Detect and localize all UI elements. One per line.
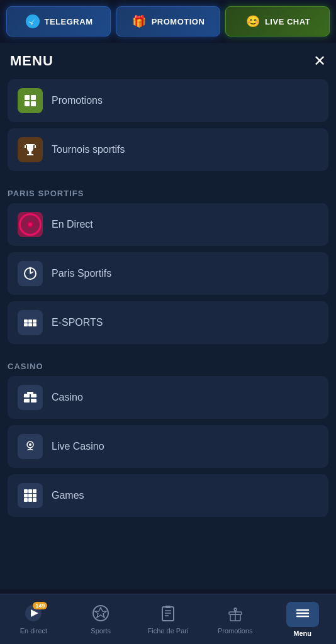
svg-rect-4 [31,101,36,106]
casino-icon [18,385,43,410]
svg-rect-1 [25,95,30,100]
en-direct-icon-wrap: 149 [25,604,42,625]
list-item[interactable]: Paris Sportifs [8,252,328,295]
svg-rect-11 [24,319,28,323]
en-direct-icon [18,212,43,237]
promotions-nav-icon-wrap [227,604,244,625]
svg-rect-12 [28,319,32,323]
gift-icon [227,604,244,622]
nav-item-en-direct[interactable]: 149 En direct [0,599,67,640]
nav-item-sports[interactable]: Sports [67,599,135,640]
fiche-icon-wrap [159,604,177,625]
svg-rect-24 [24,489,28,493]
menu-list-paris: En Direct Paris Sportifs [0,203,336,344]
svg-point-23 [29,443,31,446]
svg-rect-32 [33,498,36,502]
menu-icon-wrap [286,602,319,627]
livechat-button[interactable]: 😊 LIVE CHAT [225,6,330,36]
svg-rect-15 [28,323,32,326]
promotion-button[interactable]: 🎁 PROMOTION [116,6,220,36]
svg-rect-13 [33,319,36,323]
clipboard-icon [159,604,177,622]
promotions-nav-label: Promotions [218,627,253,635]
menu-list-top: Promotions Tournois sportifs [0,79,336,171]
games-label: Games [52,490,84,501]
promotion-icon: 🎁 [132,13,148,30]
svg-rect-3 [25,101,30,106]
tournois-icon [18,137,43,162]
nav-item-fiche[interactable]: Fiche de Pari [135,599,202,640]
list-item[interactable]: En Direct [8,203,328,246]
list-item[interactable]: Games [8,474,328,517]
svg-rect-19 [24,399,30,402]
svg-rect-28 [28,494,32,497]
live-casino-label: Live Casino [52,441,104,452]
svg-rect-41 [165,606,171,608]
list-item[interactable]: E-SPORTS [8,301,328,344]
svg-rect-25 [28,489,32,493]
bottom-nav: 149 En direct Sports Fiche de Pari [0,594,336,644]
menu-container: MENU ✕ Promotions [0,43,336,589]
svg-rect-37 [162,607,174,621]
fiche-nav-label: Fiche de Pari [148,627,189,635]
svg-point-10 [30,267,31,269]
en-direct-badge: 149 [33,602,47,609]
svg-rect-20 [31,399,36,402]
menu-icon [294,604,311,622]
svg-marker-36 [95,608,106,618]
svg-rect-27 [24,494,28,497]
telegram-icon [25,13,41,30]
svg-rect-2 [31,95,36,100]
nav-item-promotions[interactable]: Promotions [201,599,269,640]
svg-rect-26 [33,489,36,493]
top-bar: TELEGRAM 🎁 PROMOTION 😊 LIVE CHAT [0,0,336,43]
menu-list-casino: Casino Live Casino [0,376,336,517]
telegram-button[interactable]: TELEGRAM [6,6,111,36]
promotions-icon [18,88,43,113]
svg-rect-29 [33,494,36,497]
games-icon [18,483,43,508]
live-casino-icon [18,434,43,459]
svg-rect-30 [24,498,28,502]
tournois-label: Tournois sportifs [52,144,125,155]
sports-icon-wrap [92,604,109,625]
esports-icon [18,310,43,335]
menu-nav-label: Menu [293,630,311,637]
section-paris-sportifs: PARIS SPORTIFS [0,177,336,203]
nav-item-menu[interactable]: Menu [269,597,336,642]
section-casino: CASINO [0,350,336,376]
promotion-label: PROMOTION [152,17,205,26]
promotions-label: Promotions [52,95,103,106]
livechat-label: LIVE CHAT [265,17,310,26]
casino-label: Casino [52,392,83,403]
list-item[interactable]: Promotions [8,79,328,122]
sports-nav-label: Sports [91,627,111,635]
list-item[interactable]: Tournois sportifs [8,128,328,171]
list-item[interactable]: Live Casino [8,425,328,468]
list-item[interactable]: Casino [8,376,328,419]
svg-rect-16 [33,323,36,326]
en-direct-nav-label: En direct [20,627,47,635]
svg-rect-21 [27,392,33,394]
livechat-icon: 😊 [245,13,261,30]
svg-rect-5 [29,151,31,154]
svg-rect-31 [28,498,32,502]
svg-rect-14 [24,323,28,326]
esports-label: E-SPORTS [52,317,103,328]
soccer-icon [92,604,109,622]
telegram-label: TELEGRAM [45,17,93,26]
en-direct-label: En Direct [52,219,93,230]
svg-rect-6 [27,154,33,155]
menu-title: MENU [10,53,53,69]
paris-sportifs-icon [18,261,43,286]
paris-sportifs-label: Paris Sportifs [52,268,111,279]
close-button[interactable]: ✕ [313,53,326,69]
menu-header: MENU ✕ [0,43,336,79]
